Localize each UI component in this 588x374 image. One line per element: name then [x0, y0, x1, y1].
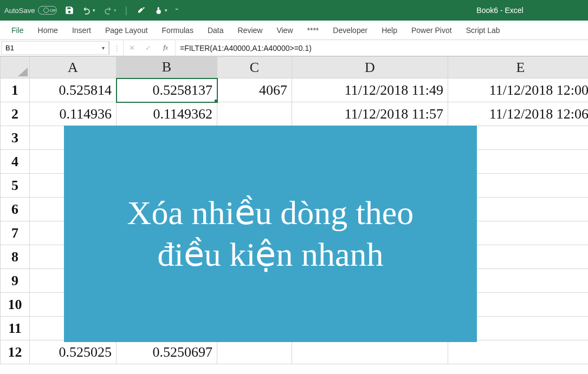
tab-page-layout[interactable]: Page Layout — [98, 22, 155, 39]
cell[interactable]: 0.1149362 — [117, 102, 217, 126]
undo-button[interactable]: ▾ — [82, 4, 95, 17]
row-header[interactable]: 10 — [1, 293, 30, 317]
chevron-down-icon: ▾ — [165, 8, 167, 13]
name-box-input[interactable] — [5, 44, 81, 52]
row-header[interactable]: 1 — [1, 78, 30, 102]
cell[interactable]: 0.114936 — [30, 102, 117, 126]
save-button[interactable] — [64, 4, 74, 17]
row-header[interactable]: 12 — [1, 340, 30, 364]
toggle-knob-icon — [43, 8, 49, 13]
cell[interactable]: 0.525025 — [30, 340, 117, 364]
cell[interactable]: 4067 — [217, 78, 292, 102]
quick-access-toolbar: ▾ ▾ │ ▾ ⁼ — [64, 4, 178, 17]
format-painter-button[interactable] — [137, 4, 146, 17]
tab-power-pivot[interactable]: Power Pivot — [404, 22, 459, 39]
select-all-corner[interactable] — [1, 57, 30, 78]
cell[interactable]: 11/12/2018 11:57 — [292, 102, 448, 126]
cell[interactable] — [448, 340, 589, 364]
cell[interactable]: 0.525814 — [30, 78, 117, 102]
row-header[interactable]: 4 — [1, 150, 30, 174]
row-header[interactable]: 9 — [1, 269, 30, 293]
overlay-caption: Xóa nhiều dòng theo điều kiện nhanh — [64, 126, 477, 342]
chevron-down-icon[interactable]: ▾ — [102, 45, 105, 51]
row-header[interactable]: 5 — [1, 174, 30, 198]
row-header[interactable]: 11 — [1, 317, 30, 340]
autosave-toggle[interactable]: Off — [38, 6, 57, 15]
tab-file[interactable]: File — [4, 22, 31, 39]
cell[interactable] — [217, 102, 292, 126]
accept-button[interactable]: ✓ — [140, 40, 156, 56]
ribbon-tabs: File Home Insert Page Layout Formulas Da… — [0, 21, 588, 40]
col-header-e[interactable]: E — [448, 57, 589, 78]
tab-view[interactable]: View — [269, 22, 300, 39]
row-header[interactable]: 3 — [1, 126, 30, 150]
col-header-a[interactable]: A — [30, 57, 117, 78]
autosave-state: Off — [50, 8, 56, 13]
tab-review[interactable]: Review — [231, 22, 270, 39]
fx-icon[interactable]: fx — [156, 40, 176, 56]
overflow-icon: ⁼ — [175, 6, 178, 14]
row-header[interactable]: 2 — [1, 102, 30, 126]
cell[interactable]: 11/12/2018 12:06 — [448, 102, 589, 126]
tab-script-lab[interactable]: Script Lab — [459, 22, 507, 39]
autosave-label: AutoSave — [4, 6, 35, 15]
cell[interactable]: 0.5250697 — [117, 340, 217, 364]
col-header-b[interactable]: B — [117, 57, 217, 78]
row-header[interactable]: 8 — [1, 245, 30, 269]
tab-insert[interactable]: Insert — [65, 22, 98, 39]
overlay-line1: Xóa nhiều dòng theo — [127, 194, 414, 231]
autosave-control[interactable]: AutoSave Off — [4, 6, 57, 15]
overlay-line2: điều kiện nhanh — [158, 236, 384, 273]
fx-separator: ⋮ — [111, 40, 124, 56]
formula-input[interactable]: =FILTER(A1:A40000,A1:A40000>=0.1) — [176, 40, 588, 56]
tab-formulas[interactable]: Formulas — [155, 22, 201, 39]
col-header-c[interactable]: C — [217, 57, 292, 78]
cancel-button[interactable]: ✕ — [124, 40, 140, 56]
row-header[interactable]: 6 — [1, 198, 30, 221]
title-bar: AutoSave Off ▾ ▾ │ ▾ ⁼ Book6 - Excel — [0, 0, 588, 21]
qat-customize-button[interactable]: ⁼ — [175, 4, 178, 17]
name-box[interactable]: ▾ — [1, 41, 109, 55]
cell[interactable] — [292, 340, 448, 364]
chevron-down-icon: ▾ — [114, 8, 117, 13]
tab-addin[interactable]: **** — [300, 22, 326, 39]
row-header[interactable]: 7 — [1, 221, 30, 245]
cell[interactable]: 11/12/2018 11:49 — [292, 78, 448, 102]
tab-developer[interactable]: Developer — [326, 22, 374, 39]
cell[interactable]: 11/12/2018 12:00 — [448, 78, 589, 102]
cell-selected[interactable]: 0.5258137 — [117, 78, 217, 102]
redo-button[interactable]: ▾ — [103, 4, 117, 17]
tab-home[interactable]: Home — [31, 22, 65, 39]
col-header-d[interactable]: D — [292, 57, 448, 78]
chevron-down-icon: ▾ — [93, 8, 95, 13]
cell[interactable] — [217, 340, 292, 364]
touch-mode-button[interactable]: ▾ — [154, 4, 167, 17]
tab-data[interactable]: Data — [201, 22, 231, 39]
formula-bar: ▾ ⋮ ✕ ✓ fx =FILTER(A1:A40000,A1:A40000>=… — [0, 40, 588, 56]
tab-help[interactable]: Help — [374, 22, 404, 39]
